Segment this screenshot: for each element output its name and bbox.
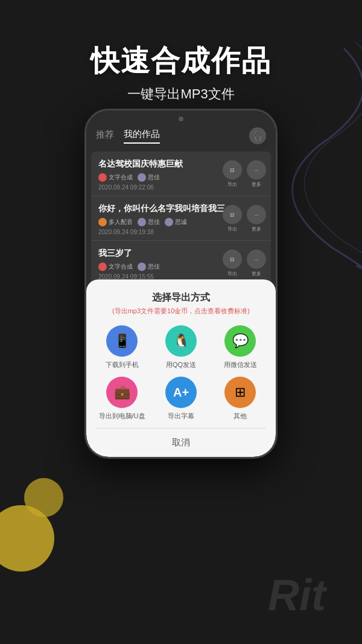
avatar-gray-2b (165, 218, 173, 226)
other-label: 其他 (233, 412, 247, 421)
rit-decoration-text: Rit (268, 570, 326, 620)
export-item-other[interactable]: ⊞ 其他 (214, 377, 266, 421)
phone-frame: 推荐 我的作品 🎧 名达驾校国庆特惠巨献 文字合成 思佳 2020.09.24 … (84, 109, 278, 459)
more-group-1: ··· 更多 (247, 160, 266, 187)
export-item-computer[interactable]: 💼 导出到电脑/U盘 (96, 377, 148, 421)
export-btn-1[interactable]: ⊟ (223, 160, 242, 179)
modal-grid: 📱 下载到手机 🐧 用QQ发送 💬 用微信发送 💼 导出到电脑/U盘 (96, 325, 266, 421)
more-label-3: 更多 (252, 270, 261, 276)
subtitle-label: 导出字幕 (168, 412, 194, 421)
avatar-gray-3 (138, 263, 146, 271)
more-label-1: 更多 (252, 180, 261, 187)
qq-icon: 🐧 (165, 325, 197, 357)
more-group-3: ··· 更多 (247, 249, 266, 276)
work-actions-3: ⊟ 导出 ··· 更多 (223, 249, 266, 276)
wechat-label: 用微信发送 (224, 360, 257, 369)
more-btn-1[interactable]: ··· (247, 160, 266, 179)
export-label-1: 导出 (227, 180, 237, 187)
export-item-subtitle[interactable]: A+ 导出字幕 (155, 377, 207, 421)
main-title: 快速合成作品 (91, 42, 272, 80)
other-icon: ⊞ (224, 377, 256, 408)
export-label-3: 导出 (227, 270, 237, 276)
work-item-2: 你好，你叫什么名字我叫培音我三... 多人配音 思佳 思诚 2020.09.24… (91, 196, 271, 241)
more-label-2: 更多 (252, 225, 261, 232)
export-btn-2[interactable]: ⊟ (223, 205, 242, 224)
export-item-wechat[interactable]: 💬 用微信发送 (214, 325, 266, 369)
export-btn-3[interactable]: ⊟ (223, 249, 242, 269)
cancel-button[interactable]: 取消 (96, 428, 266, 457)
subtitle-icon: A+ (165, 377, 197, 408)
computer-label: 导出到电脑/U盘 (99, 412, 145, 421)
modal-title: 选择导出方式 (96, 292, 266, 304)
work-author-1: 思佳 (148, 173, 160, 182)
wechat-icon: 💬 (224, 325, 256, 357)
computer-icon: 💼 (106, 377, 138, 408)
more-btn-3[interactable]: ··· (247, 249, 266, 269)
work-author-2b: 思诚 (175, 218, 187, 226)
work-type-1: 文字合成 (109, 173, 133, 182)
more-group-2: ··· 更多 (247, 205, 266, 232)
avatar-orange-2 (98, 218, 107, 226)
export-group-3: ⊟ 导出 (223, 249, 242, 276)
work-actions-1: ⊟ 导出 ··· 更多 (223, 160, 266, 187)
export-label-2: 导出 (227, 225, 237, 232)
work-list: 名达驾校国庆特惠巨献 文字合成 思佳 2020.09.24 09:22:06 ⊟… (91, 151, 271, 285)
export-group-1: ⊟ 导出 (223, 160, 242, 187)
work-actions-2: ⊟ 导出 ··· 更多 (223, 205, 266, 232)
more-btn-2[interactable]: ··· (247, 205, 266, 224)
work-author-3: 思佳 (148, 263, 160, 271)
tab-recommend[interactable]: 推荐 (96, 129, 114, 143)
export-group-2: ⊟ 导出 (223, 205, 242, 232)
download-phone-label: 下载到手机 (106, 360, 139, 369)
download-phone-icon: 📱 (106, 325, 138, 357)
work-type-2: 多人配音 (109, 218, 133, 226)
sub-title: 一键导出MP3文件 (127, 85, 234, 103)
work-item: 名达驾校国庆特惠巨献 文字合成 思佳 2020.09.24 09:22:06 ⊟… (91, 151, 271, 196)
work-type-3: 文字合成 (109, 263, 133, 271)
avatar-red-3 (98, 263, 107, 271)
phone-screen: 推荐 我的作品 🎧 名达驾校国庆特惠巨献 文字合成 思佳 2020.09.24 … (86, 110, 276, 457)
modal-subtitle: (导出mp3文件需要10金币，点击查看收费标准) (96, 307, 266, 316)
avatar-gray-1 (138, 173, 146, 182)
phone-notch (179, 116, 183, 121)
avatar-gray-2a (138, 218, 146, 226)
qq-label: 用QQ发送 (166, 360, 196, 369)
export-item-qq[interactable]: 🐧 用QQ发送 (155, 325, 207, 369)
tab-my-works[interactable]: 我的作品 (124, 129, 160, 144)
work-item-3: 我三岁了 文字合成 思佳 2020.09.24 09:15:55 ⊟ 导出 ··… (91, 241, 271, 285)
bg-circle-gold-small (24, 478, 63, 517)
work-author-2a: 思佳 (148, 218, 160, 226)
export-item-download[interactable]: 📱 下载到手机 (96, 325, 148, 369)
bg-circle-gold-large (0, 505, 54, 572)
headphone-icon[interactable]: 🎧 (249, 127, 266, 144)
avatar-red-1 (98, 173, 107, 182)
export-modal: 选择导出方式 (导出mp3文件需要10金币，点击查看收费标准) 📱 下载到手机 … (86, 279, 276, 457)
